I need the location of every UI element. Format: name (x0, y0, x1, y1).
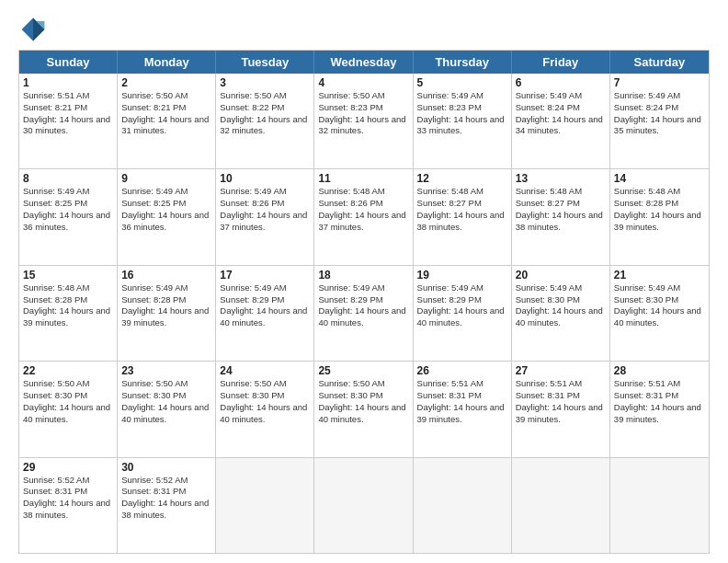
weekday-header-sunday: Sunday (19, 51, 118, 74)
calendar-row-3: 15Sunrise: 5:48 AM Sunset: 8:28 PM Dayli… (19, 265, 709, 361)
weekday-header-monday: Monday (118, 51, 216, 74)
day-number: 22 (23, 364, 113, 377)
logo-icon (18, 15, 48, 44)
day-info: Sunrise: 5:49 AM Sunset: 8:25 PM Dayligh… (121, 186, 211, 233)
calendar-day-20: 20Sunrise: 5:49 AM Sunset: 8:30 PM Dayli… (512, 266, 610, 361)
day-number: 3 (220, 76, 310, 89)
weekday-header-wednesday: Wednesday (314, 51, 413, 74)
calendar-day-3: 3Sunrise: 5:50 AM Sunset: 8:22 PM Daylig… (216, 74, 314, 168)
day-info: Sunrise: 5:50 AM Sunset: 8:23 PM Dayligh… (318, 90, 408, 137)
calendar-day-11: 11Sunrise: 5:48 AM Sunset: 8:26 PM Dayli… (314, 169, 413, 264)
day-info: Sunrise: 5:49 AM Sunset: 8:25 PM Dayligh… (23, 186, 113, 233)
day-number: 10 (220, 172, 310, 185)
day-number: 25 (318, 364, 408, 377)
day-info: Sunrise: 5:49 AM Sunset: 8:28 PM Dayligh… (121, 282, 211, 329)
day-number: 18 (318, 269, 408, 282)
calendar-row-1: 1Sunrise: 5:51 AM Sunset: 8:21 PM Daylig… (19, 74, 709, 168)
calendar-day-22: 22Sunrise: 5:50 AM Sunset: 8:30 PM Dayli… (19, 362, 118, 456)
calendar-day-19: 19Sunrise: 5:49 AM Sunset: 8:29 PM Dayli… (414, 266, 512, 361)
calendar-day-5: 5Sunrise: 5:49 AM Sunset: 8:23 PM Daylig… (414, 74, 512, 168)
day-info: Sunrise: 5:49 AM Sunset: 8:30 PM Dayligh… (614, 282, 705, 329)
calendar-body: 1Sunrise: 5:51 AM Sunset: 8:21 PM Daylig… (19, 74, 709, 553)
calendar-cell-empty (314, 458, 413, 553)
day-info: Sunrise: 5:49 AM Sunset: 8:29 PM Dayligh… (220, 282, 310, 329)
day-number: 15 (23, 269, 113, 282)
day-info: Sunrise: 5:49 AM Sunset: 8:24 PM Dayligh… (516, 90, 606, 137)
day-info: Sunrise: 5:50 AM Sunset: 8:30 PM Dayligh… (318, 378, 408, 425)
day-number: 24 (220, 364, 310, 377)
day-info: Sunrise: 5:48 AM Sunset: 8:28 PM Dayligh… (614, 186, 705, 233)
day-number: 4 (318, 76, 408, 89)
calendar-day-28: 28Sunrise: 5:51 AM Sunset: 8:31 PM Dayli… (610, 362, 709, 456)
day-info: Sunrise: 5:48 AM Sunset: 8:27 PM Dayligh… (417, 186, 507, 233)
calendar-day-6: 6Sunrise: 5:49 AM Sunset: 8:24 PM Daylig… (512, 74, 610, 168)
day-number: 9 (121, 172, 211, 185)
day-number: 30 (121, 461, 211, 474)
day-number: 21 (614, 269, 705, 282)
day-info: Sunrise: 5:50 AM Sunset: 8:30 PM Dayligh… (220, 378, 310, 425)
weekday-header-saturday: Saturday (610, 51, 709, 74)
calendar-day-17: 17Sunrise: 5:49 AM Sunset: 8:29 PM Dayli… (216, 266, 314, 361)
day-number: 20 (516, 269, 606, 282)
day-number: 6 (516, 76, 606, 89)
day-info: Sunrise: 5:51 AM Sunset: 8:21 PM Dayligh… (23, 90, 113, 137)
calendar-cell-empty (414, 458, 512, 553)
logo (18, 15, 51, 44)
day-number: 13 (516, 172, 606, 185)
calendar-day-25: 25Sunrise: 5:50 AM Sunset: 8:30 PM Dayli… (314, 362, 413, 456)
calendar-day-23: 23Sunrise: 5:50 AM Sunset: 8:30 PM Dayli… (118, 362, 216, 456)
weekday-header-tuesday: Tuesday (216, 51, 314, 74)
calendar-day-12: 12Sunrise: 5:48 AM Sunset: 8:27 PM Dayli… (414, 169, 512, 264)
calendar-day-26: 26Sunrise: 5:51 AM Sunset: 8:31 PM Dayli… (414, 362, 512, 456)
day-info: Sunrise: 5:52 AM Sunset: 8:31 PM Dayligh… (121, 475, 211, 522)
calendar-day-14: 14Sunrise: 5:48 AM Sunset: 8:28 PM Dayli… (610, 169, 709, 264)
day-info: Sunrise: 5:51 AM Sunset: 8:31 PM Dayligh… (614, 378, 705, 425)
calendar-row-4: 22Sunrise: 5:50 AM Sunset: 8:30 PM Dayli… (19, 361, 709, 456)
day-number: 5 (417, 76, 507, 89)
day-info: Sunrise: 5:49 AM Sunset: 8:24 PM Dayligh… (614, 90, 705, 137)
calendar-day-7: 7Sunrise: 5:49 AM Sunset: 8:24 PM Daylig… (610, 74, 709, 168)
calendar-day-24: 24Sunrise: 5:50 AM Sunset: 8:30 PM Dayli… (216, 362, 314, 456)
day-number: 8 (23, 172, 113, 185)
day-number: 2 (121, 76, 211, 89)
calendar-row-5: 29Sunrise: 5:52 AM Sunset: 8:31 PM Dayli… (19, 457, 709, 553)
day-info: Sunrise: 5:49 AM Sunset: 8:29 PM Dayligh… (417, 282, 507, 329)
day-number: 28 (614, 364, 705, 377)
calendar-day-13: 13Sunrise: 5:48 AM Sunset: 8:27 PM Dayli… (512, 169, 610, 264)
day-info: Sunrise: 5:51 AM Sunset: 8:31 PM Dayligh… (417, 378, 507, 425)
day-number: 14 (614, 172, 705, 185)
calendar-day-15: 15Sunrise: 5:48 AM Sunset: 8:28 PM Dayli… (19, 266, 118, 361)
day-info: Sunrise: 5:49 AM Sunset: 8:30 PM Dayligh… (516, 282, 606, 329)
day-number: 7 (614, 76, 705, 89)
day-info: Sunrise: 5:48 AM Sunset: 8:26 PM Dayligh… (318, 186, 408, 233)
header (18, 15, 710, 44)
calendar-day-4: 4Sunrise: 5:50 AM Sunset: 8:23 PM Daylig… (314, 74, 413, 168)
weekday-header-friday: Friday (512, 51, 610, 74)
day-number: 16 (121, 269, 211, 282)
day-number: 29 (23, 461, 113, 474)
calendar-day-29: 29Sunrise: 5:52 AM Sunset: 8:31 PM Dayli… (19, 458, 118, 553)
calendar-cell-empty (610, 458, 709, 553)
calendar-day-9: 9Sunrise: 5:49 AM Sunset: 8:25 PM Daylig… (118, 169, 216, 264)
calendar-cell-empty (216, 458, 314, 553)
day-number: 17 (220, 269, 310, 282)
day-info: Sunrise: 5:50 AM Sunset: 8:22 PM Dayligh… (220, 90, 310, 137)
calendar-day-8: 8Sunrise: 5:49 AM Sunset: 8:25 PM Daylig… (19, 169, 118, 264)
day-info: Sunrise: 5:50 AM Sunset: 8:30 PM Dayligh… (121, 378, 211, 425)
day-number: 27 (516, 364, 606, 377)
page: SundayMondayTuesdayWednesdayThursdayFrid… (0, 0, 728, 563)
calendar-day-18: 18Sunrise: 5:49 AM Sunset: 8:29 PM Dayli… (314, 266, 413, 361)
day-info: Sunrise: 5:50 AM Sunset: 8:21 PM Dayligh… (121, 90, 211, 137)
calendar-day-21: 21Sunrise: 5:49 AM Sunset: 8:30 PM Dayli… (610, 266, 709, 361)
day-info: Sunrise: 5:49 AM Sunset: 8:23 PM Dayligh… (417, 90, 507, 137)
day-info: Sunrise: 5:52 AM Sunset: 8:31 PM Dayligh… (23, 475, 113, 522)
calendar-day-1: 1Sunrise: 5:51 AM Sunset: 8:21 PM Daylig… (19, 74, 118, 168)
weekday-header-thursday: Thursday (414, 51, 512, 74)
calendar-day-2: 2Sunrise: 5:50 AM Sunset: 8:21 PM Daylig… (118, 74, 216, 168)
calendar-day-27: 27Sunrise: 5:51 AM Sunset: 8:31 PM Dayli… (512, 362, 610, 456)
day-info: Sunrise: 5:48 AM Sunset: 8:28 PM Dayligh… (23, 282, 113, 329)
calendar-header: SundayMondayTuesdayWednesdayThursdayFrid… (19, 51, 709, 74)
day-info: Sunrise: 5:48 AM Sunset: 8:27 PM Dayligh… (516, 186, 606, 233)
day-info: Sunrise: 5:50 AM Sunset: 8:30 PM Dayligh… (23, 378, 113, 425)
calendar-row-2: 8Sunrise: 5:49 AM Sunset: 8:25 PM Daylig… (19, 168, 709, 264)
